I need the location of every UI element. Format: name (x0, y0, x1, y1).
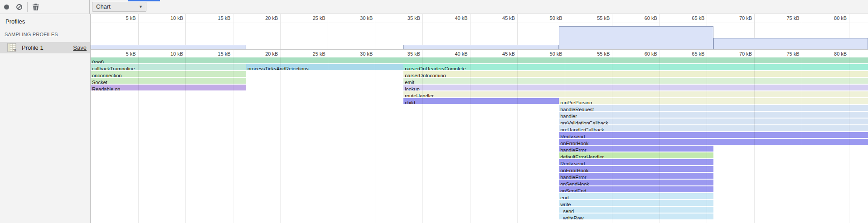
flame-bar-child[interactable]: child (403, 98, 559, 104)
clear-icon[interactable] (16, 4, 22, 10)
flame-bar-preValidationCallback[interactable]: preValidationCallback (559, 119, 868, 124)
flame-bar-label: handleRequest (559, 107, 594, 111)
trash-icon[interactable] (33, 4, 39, 10)
flame-bar-label: defaultErrorHandler (559, 154, 604, 158)
ruler-tick-label: 50 kB (550, 51, 565, 57)
flame-bar-callbackTrampoline[interactable]: callbackTrampoline (91, 64, 246, 70)
ruler-tick-label: 5 kB (126, 51, 138, 57)
ruler-tick-label: 55 kB (597, 51, 612, 57)
flame-bar-label: Socket (91, 80, 107, 84)
flame-bar-Reply.send[interactable]: Reply.send (559, 132, 868, 138)
flame-bar-parserOnHeadersComplete[interactable]: parserOnHeadersComplete (403, 64, 868, 70)
flame-bar-_writeRaw[interactable]: _writeRaw (559, 214, 713, 219)
ruler-tick-label: 40 kB (455, 51, 470, 57)
flame-bar-onErrorHook[interactable]: onErrorHook (559, 139, 868, 145)
ruler-tick-label: 20 kB (265, 51, 280, 57)
flame-bar-handleRequest[interactable]: handleRequest (559, 105, 868, 111)
overview-area-chart (91, 14, 868, 49)
overview-area-segment[interactable] (91, 45, 246, 49)
panel-divider (89, 0, 90, 14)
memory-overview[interactable]: 5 kB10 kB15 kB20 kB25 kB30 kB35 kB40 kB4… (91, 14, 868, 50)
ruler-tick-label: 35 kB (407, 51, 422, 57)
ruler-tick-label: 65 kB (692, 51, 707, 57)
ruler-tick-label: 45 kB (502, 51, 517, 57)
ruler-tick-label: 25 kB (313, 51, 328, 57)
flame-bar-end[interactable]: end (559, 193, 713, 199)
save-link[interactable]: Save (73, 44, 87, 51)
profiles-sidebar: Profiles SAMPLING PROFILES % Profile 1 S… (0, 14, 91, 223)
view-mode-value: Chart (96, 3, 111, 10)
flame-bar-label: handler (559, 114, 577, 118)
toolbar: Chart ▼ (0, 0, 868, 14)
flame-bar-lookup[interactable]: lookup (403, 85, 868, 90)
flame-bar-Readable.on[interactable]: Readable.on (91, 85, 246, 90)
flame-bar-onErrorHook[interactable]: onErrorHook (559, 166, 713, 172)
flame-bar-handler[interactable]: handler (559, 112, 868, 118)
ruler-tick-label: 30 kB (360, 51, 375, 57)
flame-chart-ruler: 5 kB10 kB15 kB20 kB25 kB30 kB35 kB40 kB4… (91, 50, 868, 57)
record-icon[interactable] (4, 5, 9, 9)
toolbar-divider (27, 2, 28, 12)
flame-bar-label: end (559, 195, 568, 199)
flame-bar-routeHandler[interactable]: routeHandler (403, 91, 868, 97)
ruler-tick-label: 75 kB (786, 51, 801, 57)
flame-bar-label: callbackTrampoline (91, 66, 135, 70)
flame-bar-defaultErrorHandler[interactable]: defaultErrorHandler (559, 152, 713, 158)
flame-bar-Reply.send[interactable]: Reply.send (559, 159, 713, 165)
flame-bar-Socket[interactable]: Socket (91, 78, 246, 84)
flame-bar-_send[interactable]: _send (559, 207, 713, 213)
active-tab-indicator (128, 0, 160, 1)
flame-bar-runPreParsing[interactable]: runPreParsing (559, 98, 868, 104)
ruler-tick-label: 10 kB (170, 51, 185, 57)
flame-chart-pane: 5 kB10 kB15 kB20 kB25 kB30 kB35 kB40 kB4… (91, 14, 868, 223)
chevron-down-icon: ▼ (139, 2, 143, 11)
flame-bar-onSendEnd[interactable]: onSendEnd (559, 186, 713, 192)
flame-bar-label: _writeRaw (559, 215, 583, 219)
profile-icon: % (7, 43, 16, 52)
flame-bar-label: onSendEnd (559, 188, 587, 192)
overview-area-segment[interactable] (403, 45, 559, 49)
flame-bar-label: onErrorHook (559, 141, 588, 145)
flame-bar-handleError[interactable]: handleError (559, 146, 713, 152)
flame-bar-label: preHandlerCallback (559, 127, 604, 131)
heap-profiler-panel: Chart ▼ Profiles SAMPLING PROFILES % Pro… (0, 0, 868, 223)
flame-bar-onconnection[interactable]: onconnection (91, 71, 246, 77)
flame-bar-label: emit (403, 80, 414, 84)
flame-bar-label: handleError (559, 175, 586, 179)
sampling-profiles-header: SAMPLING PROFILES (5, 32, 58, 37)
flame-bar-label: (root) (91, 59, 104, 63)
flame-bar-label: routeHandler (403, 93, 434, 97)
flame-bar-preHandlerCallback[interactable]: preHandlerCallback (559, 125, 868, 131)
flame-bar-label: _send (559, 209, 574, 213)
flame-bar-label: parserOnIncoming (403, 73, 446, 77)
flame-bar-handleError[interactable]: handleError (559, 173, 713, 179)
flame-bar-write_[interactable]: write_ (559, 200, 713, 206)
overview-area-segment[interactable] (713, 38, 868, 49)
flame-bar-label: handleError (559, 147, 586, 152)
flame-bar-label: write_ (559, 202, 573, 206)
flame-bar-label: onSendHook (559, 181, 589, 185)
ruler-tick-label: 60 kB (645, 51, 659, 57)
flame-bar-(root)[interactable]: (root) (91, 57, 868, 63)
ruler-tick-label: 15 kB (218, 51, 233, 57)
flame-bar-label: processTicksAndRejections (246, 66, 309, 70)
flame-bar-onSendHook[interactable]: onSendHook (559, 180, 713, 185)
overview-area-segment[interactable] (559, 26, 713, 49)
flame-bar-label: parserOnHeadersComplete (403, 66, 466, 70)
flame-bar-label: preValidationCallback (559, 120, 608, 124)
flame-bar-label: runPreParsing (559, 100, 592, 104)
flame-bar-label: onErrorHook (559, 168, 588, 172)
ruler-tick-label: 70 kB (739, 51, 754, 57)
flame-bar-processTicksAndRejections[interactable]: processTicksAndRejections (246, 64, 403, 70)
view-mode-select[interactable]: Chart ▼ (92, 2, 146, 12)
flame-bar-label: Reply.send (559, 134, 585, 138)
flame-bar-label: onconnection (91, 73, 121, 77)
flame-bar-label: Readable.on (91, 86, 120, 90)
flame-bar-emit[interactable]: emit (403, 78, 868, 84)
sidebar-item-profile-1[interactable]: % Profile 1 Save (0, 42, 90, 53)
svg-text:%: % (13, 48, 16, 52)
sidebar-title: Profiles (5, 18, 25, 25)
flame-bar-parserOnIncoming[interactable]: parserOnIncoming (403, 71, 868, 77)
flame-chart-rows: (root)callbackTrampolineprocessTicksAndR… (91, 57, 868, 223)
profile-name: Profile 1 (22, 44, 44, 51)
